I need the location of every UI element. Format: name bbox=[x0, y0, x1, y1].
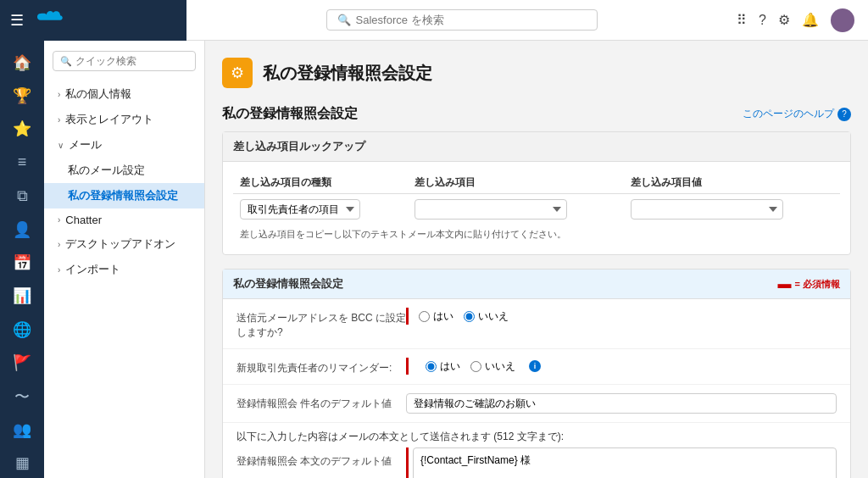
reminder-no-radio[interactable] bbox=[470, 361, 481, 372]
bcc-radio-group: はい いいえ bbox=[419, 309, 509, 324]
lookup-type-select[interactable]: 取引先責任者の項目 bbox=[240, 199, 360, 220]
reminder-yes-radio[interactable] bbox=[426, 361, 437, 372]
topbar: ☰ 🔍 ⠿ ? ⚙ 🔔 bbox=[0, 0, 868, 41]
nav-user-icon[interactable]: 👤 bbox=[5, 214, 39, 244]
apps-icon[interactable]: ⠿ bbox=[737, 12, 747, 28]
arrow-down-icon: ∨ bbox=[58, 141, 64, 150]
logo-area: ☰ bbox=[0, 0, 186, 41]
reminder-row: 新規取引先責任者のリマインダー: はい いいえ i bbox=[223, 349, 850, 385]
nav-star-icon[interactable]: ⭐ bbox=[5, 114, 39, 144]
body-textarea-wrap: {!Contact_FirstName} 様 恐れ入りますが、以下のフォームに表… bbox=[406, 447, 837, 478]
sidebar-item-profile-query[interactable]: 私の登録情報照会設定 bbox=[44, 183, 204, 208]
arrow-icon: › bbox=[58, 90, 60, 99]
nav-grid-icon[interactable]: ▦ bbox=[5, 448, 39, 478]
sidebar-item-display[interactable]: › 表示とレイアウト bbox=[44, 107, 204, 132]
help-link[interactable]: このページのヘルプ ? bbox=[743, 107, 851, 121]
search-area: 🔍 bbox=[186, 9, 737, 31]
sidebar-item-import[interactable]: › インポート bbox=[44, 257, 204, 282]
salesforce-logo bbox=[34, 10, 64, 31]
main-content: ⚙ 私の登録情報照会設定 私の登録情報照会設定 このページのヘルプ ? 差し込み… bbox=[205, 41, 868, 478]
sidebar-item-chatter[interactable]: › Chatter bbox=[44, 208, 204, 231]
lookup-note: 差し込み項目をコピーし以下のテキストメール本文内に貼り付けてください。 bbox=[233, 225, 840, 244]
subject-row: 登録情報照会 件名のデフォルト値 bbox=[223, 385, 850, 423]
bcc-row: 送信元メールアドレスを BCC に設定しますか? はい いいえ bbox=[223, 299, 850, 349]
arrow-icon: › bbox=[58, 240, 60, 249]
arrow-icon: › bbox=[58, 215, 60, 225]
settings-icon[interactable]: ⚙ bbox=[778, 12, 790, 28]
detail-section-header: 私の登録情報照会設定 ▬ = 必須情報 bbox=[223, 270, 850, 299]
nav-copy-icon[interactable]: ⧉ bbox=[5, 181, 39, 211]
sidebar: 🔍 › 私の個人情報 › 表示とレイアウト ∨ メール 私のメール設定 私の登録… bbox=[44, 41, 205, 478]
col-value-header: 差し込み項目値 bbox=[624, 172, 840, 194]
section-title: 私の登録情報照会設定 bbox=[222, 105, 358, 123]
body-textarea[interactable]: {!Contact_FirstName} 様 恐れ入りますが、以下のフォームに表… bbox=[413, 447, 837, 478]
lookup-table: 差し込み項目の種類 差し込み項目 差し込み項目値 取引先責任者の項目 bbox=[233, 172, 840, 225]
body-required-bar bbox=[406, 447, 409, 478]
lookup-value-select[interactable] bbox=[631, 199, 783, 220]
hamburger-icon[interactable]: ☰ bbox=[10, 11, 24, 30]
body-field-label: 登録情報照会 本文のデフォルト値 bbox=[236, 447, 406, 469]
required-note: ▬ = 必須情報 bbox=[778, 277, 840, 291]
bcc-no-label[interactable]: いいえ bbox=[464, 309, 509, 324]
user-avatar[interactable] bbox=[831, 8, 854, 32]
required-dot: ▬ bbox=[778, 277, 792, 291]
arrow-icon: › bbox=[58, 115, 60, 125]
lookup-table-row: 取引先責任者の項目 bbox=[233, 194, 840, 225]
sidebar-item-email-group[interactable]: ∨ メール bbox=[44, 132, 204, 158]
lookup-field-select[interactable] bbox=[415, 199, 567, 220]
nav-trophy-icon[interactable]: 🏆 bbox=[5, 81, 39, 110]
bcc-yes-label[interactable]: はい bbox=[419, 309, 453, 324]
nav-calendar-icon[interactable]: 📅 bbox=[5, 247, 39, 277]
reminder-value: はい いいえ i bbox=[406, 358, 837, 375]
reminder-label: 新規取引先責任者のリマインダー: bbox=[236, 358, 406, 375]
nav-pulse-icon[interactable]: 〜 bbox=[5, 381, 39, 411]
body-row: 登録情報照会 本文のデフォルト値 {!Contact_FirstName} 様 … bbox=[223, 447, 850, 478]
page-title: 私の登録情報照会設定 bbox=[263, 62, 432, 85]
reminder-no-label[interactable]: いいえ bbox=[470, 359, 515, 374]
help-icon[interactable]: ? bbox=[759, 13, 766, 28]
body-value: {!Contact_FirstName} 様 恐れ入りますが、以下のフォームに表… bbox=[406, 447, 837, 478]
col-field-header: 差し込み項目 bbox=[408, 172, 624, 194]
lookup-section: 差し込み項目ルックアップ 差し込み項目の種類 差し込み項目 差し込み項目値 取引… bbox=[222, 131, 851, 255]
nav-home-icon[interactable]: 🏠 bbox=[5, 47, 39, 77]
nav-people-icon[interactable]: 👥 bbox=[5, 414, 39, 444]
nav-flag-icon[interactable]: 🚩 bbox=[5, 348, 39, 378]
search-icon: 🔍 bbox=[337, 14, 351, 26]
sidebar-item-personal[interactable]: › 私の個人情報 bbox=[44, 81, 204, 107]
bcc-value: はい いいえ bbox=[406, 308, 837, 325]
col-type-header: 差し込み項目の種類 bbox=[233, 172, 408, 194]
body-description: 以下に入力した内容はメールの本文として送信されます (512 文字まで): bbox=[223, 423, 850, 447]
page-header-icon: ⚙ bbox=[222, 58, 253, 88]
lookup-section-header: 差し込み項目ルックアップ bbox=[223, 132, 850, 162]
bcc-question: 送信元メールアドレスを BCC に設定しますか? bbox=[236, 308, 406, 340]
subject-label: 登録情報照会 件名のデフォルト値 bbox=[236, 393, 406, 411]
search-input[interactable] bbox=[356, 14, 587, 26]
notifications-icon[interactable]: 🔔 bbox=[802, 12, 819, 28]
sidebar-search-box: 🔍 bbox=[53, 51, 196, 71]
arrow-icon: › bbox=[58, 265, 60, 275]
sidebar-item-email-settings[interactable]: 私のメール設定 bbox=[44, 158, 204, 183]
sidebar-item-desktop[interactable]: › デスクトップアドオン bbox=[44, 231, 204, 257]
bcc-no-radio[interactable] bbox=[464, 311, 475, 322]
nav-list-icon[interactable]: ≡ bbox=[5, 147, 39, 177]
bcc-yes-radio[interactable] bbox=[419, 311, 430, 322]
sidebar-search-icon: 🔍 bbox=[60, 56, 72, 67]
reminder-radio-group: はい いいえ i bbox=[406, 358, 837, 375]
detail-section: 私の登録情報照会設定 ▬ = 必須情報 送信元メールアドレスを BCC に設定し… bbox=[222, 269, 851, 478]
help-circle-icon[interactable]: ? bbox=[837, 108, 851, 121]
page-header: ⚙ 私の登録情報照会設定 bbox=[222, 58, 851, 88]
reminder-yes-label[interactable]: はい bbox=[426, 359, 460, 374]
subject-input[interactable] bbox=[406, 393, 837, 414]
lookup-section-body: 差し込み項目の種類 差し込み項目 差し込み項目値 取引先責任者の項目 bbox=[223, 162, 850, 254]
search-box: 🔍 bbox=[326, 9, 598, 31]
reminder-required-bar bbox=[406, 358, 409, 375]
sidebar-search-input[interactable] bbox=[75, 55, 188, 67]
reminder-info-icon[interactable]: i bbox=[529, 360, 541, 372]
bcc-required-bar bbox=[406, 308, 409, 325]
topbar-actions: ⠿ ? ⚙ 🔔 bbox=[737, 8, 868, 32]
left-nav: 🏠 🏆 ⭐ ≡ ⧉ 👤 📅 📊 🌐 🚩 〜 👥 ▦ bbox=[0, 41, 44, 478]
subject-value bbox=[406, 393, 837, 414]
nav-chart-icon[interactable]: 📊 bbox=[5, 281, 39, 311]
nav-globe-icon[interactable]: 🌐 bbox=[5, 314, 39, 344]
